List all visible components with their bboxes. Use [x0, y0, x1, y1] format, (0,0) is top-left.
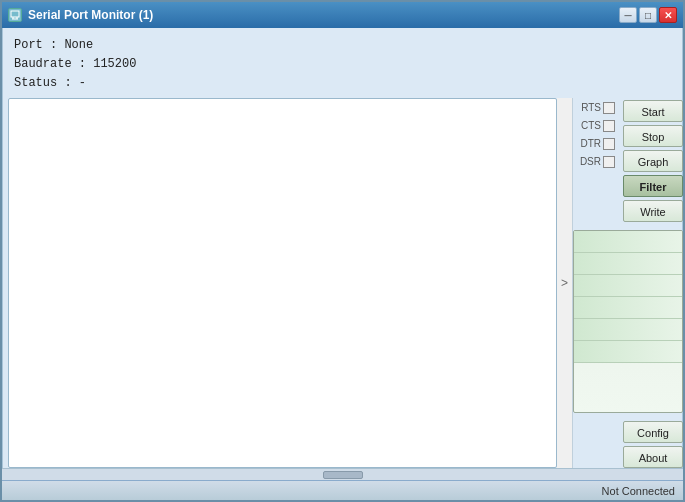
- arrow-indicator: >: [561, 276, 568, 290]
- about-button[interactable]: About: [623, 446, 683, 468]
- port-value: None: [64, 38, 93, 52]
- scrollbar-thumb[interactable]: [323, 471, 363, 479]
- rts-label: RTS: [573, 102, 601, 113]
- right-panel: RTS CTS DTR DSR: [573, 98, 683, 468]
- bottom-buttons: Config About: [573, 421, 683, 468]
- maximize-button[interactable]: □: [639, 7, 657, 23]
- dsr-label: DSR: [573, 156, 601, 167]
- title-icon: [8, 8, 22, 22]
- baudrate-value: 115200: [93, 57, 136, 71]
- dsr-row: DSR: [573, 154, 615, 170]
- middle-section: > RTS CTS DTR: [2, 98, 683, 468]
- config-button[interactable]: Config: [623, 421, 683, 443]
- list-area: [573, 230, 683, 413]
- arrow-col: >: [557, 98, 573, 468]
- signals-buttons-row: RTS CTS DTR DSR: [573, 100, 683, 222]
- list-item[interactable]: [574, 297, 682, 319]
- baudrate-info: Baudrate : 115200: [14, 55, 671, 74]
- status-bar: Not Connected: [2, 480, 683, 500]
- window-title: Serial Port Monitor (1): [28, 8, 613, 22]
- status-label: Status :: [14, 76, 79, 90]
- start-button[interactable]: Start: [623, 100, 683, 122]
- main-window: Serial Port Monitor (1) ─ □ ✕ Port : Non…: [0, 0, 685, 502]
- port-label: Port :: [14, 38, 64, 52]
- dsr-checkbox[interactable]: [603, 156, 615, 168]
- dtr-checkbox[interactable]: [603, 138, 615, 150]
- list-item[interactable]: [574, 275, 682, 297]
- horizontal-scrollbar[interactable]: [2, 468, 683, 480]
- signal-labels: RTS CTS DTR DSR: [573, 100, 617, 170]
- monitor-area: >: [2, 98, 573, 468]
- status-value: -: [79, 76, 86, 90]
- minimize-button[interactable]: ─: [619, 7, 637, 23]
- cts-checkbox[interactable]: [603, 120, 615, 132]
- status-info: Status : -: [14, 74, 671, 93]
- cts-row: CTS: [573, 118, 615, 134]
- info-area: Port : None Baudrate : 115200 Status : -: [2, 28, 683, 98]
- dtr-label: DTR: [573, 138, 601, 149]
- list-item[interactable]: [574, 319, 682, 341]
- write-button[interactable]: Write: [623, 200, 683, 222]
- baudrate-label: Baudrate :: [14, 57, 93, 71]
- status-text: Not Connected: [602, 485, 675, 497]
- list-item[interactable]: [574, 231, 682, 253]
- filter-button[interactable]: Filter: [623, 175, 683, 197]
- list-item[interactable]: [574, 341, 682, 363]
- dtr-row: DTR: [573, 136, 615, 152]
- bottom-area: Not Connected: [2, 468, 683, 500]
- rts-checkbox[interactable]: [603, 102, 615, 114]
- stop-button[interactable]: Stop: [623, 125, 683, 147]
- list-item[interactable]: [574, 253, 682, 275]
- window-controls: ─ □ ✕: [619, 7, 677, 23]
- title-bar: Serial Port Monitor (1) ─ □ ✕: [2, 2, 683, 28]
- rts-row: RTS: [573, 100, 615, 116]
- svg-rect-0: [11, 11, 19, 17]
- monitor-panel: [8, 98, 557, 468]
- action-buttons: Start Stop Graph Filter Write: [621, 100, 683, 222]
- graph-button[interactable]: Graph: [623, 150, 683, 172]
- port-info: Port : None: [14, 36, 671, 55]
- monitor-content-row: >: [8, 98, 573, 468]
- cts-label: CTS: [573, 120, 601, 131]
- close-button[interactable]: ✕: [659, 7, 677, 23]
